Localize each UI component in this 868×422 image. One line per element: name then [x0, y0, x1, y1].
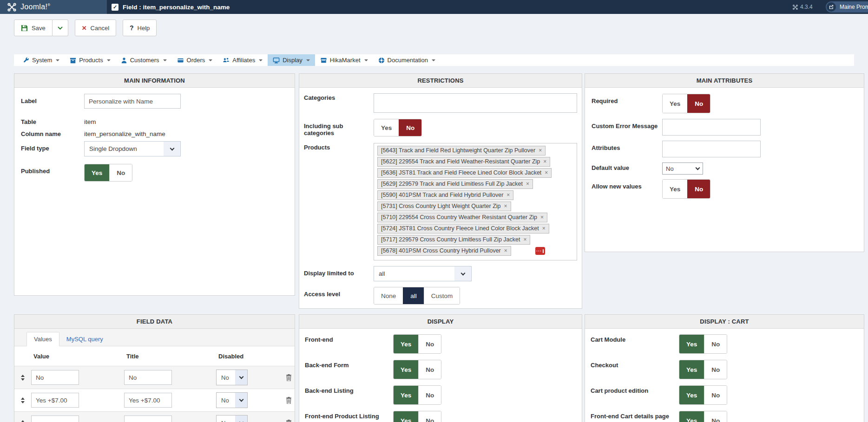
- cancel-button[interactable]: ✕ Cancel: [75, 19, 116, 36]
- menu-item-customers[interactable]: Customers: [116, 54, 172, 66]
- credit-card-icon: [177, 57, 184, 64]
- toggle-option-no[interactable]: No: [418, 411, 441, 422]
- toggle-option-yes[interactable]: Yes: [394, 360, 418, 379]
- toggle-option-yes[interactable]: Yes: [85, 164, 109, 181]
- toggle-option-yes[interactable]: Yes: [679, 335, 704, 353]
- page-title: Field : item_personalize_with_name: [123, 4, 230, 11]
- save-options-button[interactable]: [53, 19, 68, 36]
- drag-handle-icon[interactable]: [21, 420, 25, 422]
- remove-tag-icon[interactable]: ×: [539, 147, 542, 155]
- save-button[interactable]: Save: [14, 19, 53, 36]
- access-option-none[interactable]: None: [374, 287, 403, 304]
- remove-tag-icon[interactable]: ×: [523, 236, 526, 244]
- toggle-option-no[interactable]: No: [418, 335, 441, 353]
- delete-row-button[interactable]: [286, 397, 292, 404]
- row-value-input[interactable]: [31, 393, 79, 408]
- access-level-toggle[interactable]: None all Custom: [374, 287, 460, 305]
- cart-module-toggle[interactable]: Yes No: [679, 334, 727, 354]
- toggle-option-no[interactable]: No: [687, 180, 710, 198]
- trash-icon: [286, 420, 292, 422]
- allow-new-values-toggle[interactable]: Yes No: [662, 179, 710, 199]
- remove-tag-icon[interactable]: ×: [504, 247, 507, 255]
- remove-tag-icon[interactable]: ×: [543, 158, 546, 166]
- account-button[interactable]: Maine Promo: [826, 1, 868, 13]
- row-disabled-select[interactable]: No: [216, 392, 248, 408]
- published-toggle[interactable]: Yes No: [84, 164, 132, 182]
- remove-tag-icon[interactable]: ×: [542, 225, 546, 233]
- toggle-option-no[interactable]: No: [399, 119, 421, 136]
- required-toggle[interactable]: Yes No: [662, 94, 710, 113]
- remove-tag-icon[interactable]: ×: [504, 202, 507, 210]
- toggle-option-yes[interactable]: Yes: [394, 411, 418, 422]
- page-title-area: Field : item_personalize_with_name: [112, 0, 230, 14]
- field-type-select[interactable]: Single Dropdown: [84, 141, 181, 156]
- toggle-option-yes[interactable]: Yes: [394, 335, 418, 353]
- toggle-option-yes[interactable]: Yes: [374, 119, 399, 136]
- custom-error-input[interactable]: [662, 119, 761, 136]
- tab-values[interactable]: Values: [26, 332, 59, 346]
- field-type-label: Field type: [21, 141, 84, 152]
- row-title-input[interactable]: [124, 393, 172, 408]
- default-value-select[interactable]: No: [662, 162, 703, 175]
- menu-item-documentation[interactable]: Documentation: [373, 54, 441, 66]
- row-title-input[interactable]: [124, 370, 172, 385]
- remove-tag-icon[interactable]: ×: [506, 191, 510, 199]
- menu-item-label: System: [32, 57, 52, 64]
- display-panel: DISPLAY Front-end Yes No Back-end Form Y…: [299, 314, 582, 422]
- front-end-toggle[interactable]: Yes No: [393, 334, 441, 354]
- back-end-listing-toggle[interactable]: Yes No: [393, 385, 441, 405]
- cart-product-edition-label: Cart product edition: [591, 385, 679, 405]
- toggle-option-no[interactable]: No: [704, 386, 727, 404]
- attributes-label: Attributes: [592, 141, 662, 151]
- toggle-option-yes[interactable]: Yes: [679, 386, 704, 404]
- label-input[interactable]: [84, 94, 181, 109]
- menu-item-display[interactable]: Display: [268, 54, 315, 66]
- access-option-custom[interactable]: Custom: [424, 287, 460, 304]
- remove-tag-icon[interactable]: ×: [545, 169, 548, 177]
- row-disabled-select[interactable]: No: [216, 415, 248, 422]
- toggle-option-no[interactable]: No: [704, 411, 727, 422]
- toggle-option-yes[interactable]: Yes: [394, 386, 418, 404]
- delete-row-button[interactable]: [286, 374, 292, 381]
- tab-mysql-query[interactable]: MySQL query: [59, 332, 110, 346]
- select-products-button[interactable]: ···: [535, 247, 545, 255]
- menu-item-affiliates[interactable]: Affiliates: [217, 54, 268, 66]
- toggle-option-no[interactable]: No: [418, 386, 441, 404]
- attributes-input[interactable]: [662, 141, 761, 157]
- joomla-logo-block[interactable]: Joomla!®: [0, 0, 107, 14]
- row-title-input[interactable]: [124, 416, 172, 422]
- toggle-option-yes[interactable]: Yes: [663, 94, 687, 113]
- toggle-option-no[interactable]: No: [704, 335, 727, 353]
- categories-input[interactable]: [374, 93, 577, 113]
- row-value-input[interactable]: [31, 416, 79, 422]
- menu-item-hikamarket[interactable]: HikaMarket: [315, 54, 373, 66]
- toggle-option-no[interactable]: No: [704, 360, 727, 379]
- menu-item-orders[interactable]: Orders: [172, 54, 218, 66]
- back-end-form-toggle[interactable]: Yes No: [393, 360, 441, 379]
- save-disk-icon: [21, 25, 28, 32]
- access-option-all[interactable]: all: [403, 287, 424, 304]
- front-end-cart-details-toggle[interactable]: Yes No: [679, 411, 727, 422]
- toggle-option-no[interactable]: No: [418, 360, 441, 379]
- remove-tag-icon[interactable]: ×: [526, 180, 529, 188]
- product-tag: [5636] JST81 Track and Field Fleece Line…: [377, 168, 552, 178]
- toggle-option-yes[interactable]: Yes: [679, 411, 704, 422]
- row-value-input[interactable]: [31, 370, 79, 385]
- menu-item-products[interactable]: Products: [65, 54, 115, 66]
- delete-row-button[interactable]: [286, 420, 292, 422]
- row-disabled-select[interactable]: No: [216, 370, 248, 385]
- drag-handle-icon[interactable]: [21, 397, 25, 403]
- drag-handle-icon[interactable]: [21, 375, 25, 381]
- cart-product-edition-toggle[interactable]: Yes No: [679, 385, 727, 405]
- toggle-option-no[interactable]: No: [687, 94, 710, 113]
- display-limited-select[interactable]: all: [374, 266, 472, 281]
- toggle-option-yes[interactable]: Yes: [663, 180, 687, 198]
- sub-categories-toggle[interactable]: Yes No: [374, 119, 422, 136]
- help-button[interactable]: ? Help: [123, 19, 157, 36]
- menu-item-system[interactable]: System: [18, 54, 65, 66]
- remove-tag-icon[interactable]: ×: [540, 214, 544, 221]
- front-end-product-listing-toggle[interactable]: Yes No: [393, 411, 441, 422]
- toggle-option-no[interactable]: No: [109, 164, 132, 181]
- checkout-toggle[interactable]: Yes No: [679, 360, 727, 379]
- toggle-option-yes[interactable]: Yes: [679, 360, 704, 379]
